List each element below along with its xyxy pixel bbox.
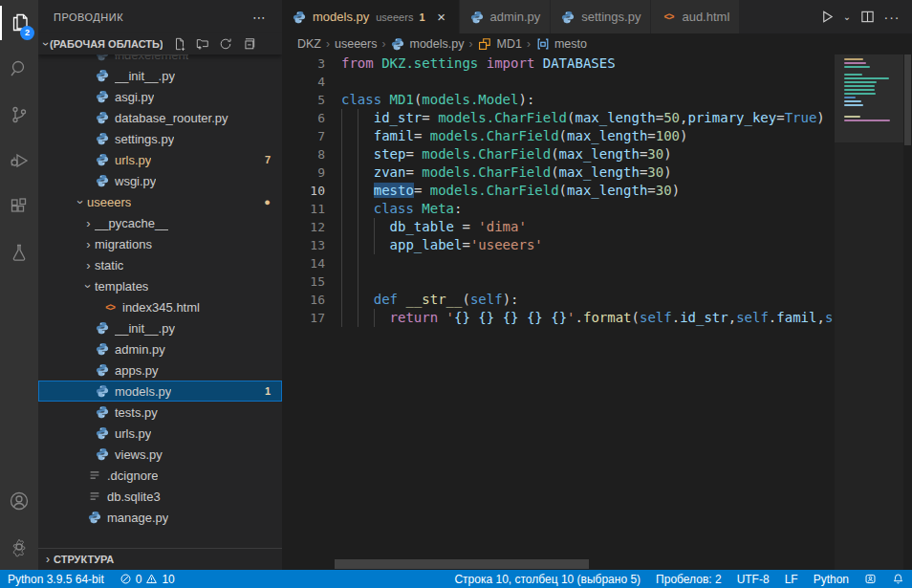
code-line-text: from DKZ.settings import DATABASES	[341, 54, 616, 73]
python-interpreter-status[interactable]: Python 3.9.5 64-bit	[0, 570, 112, 588]
file-tree: indexelement__init__.pyasgi.pydatabase_r…	[38, 44, 282, 548]
tree-item-urls.py[interactable]: urls.py	[38, 423, 282, 444]
breadcrumb-item-DKZ[interactable]: DKZ	[297, 37, 321, 51]
tree-item-tests.py[interactable]: tests.py	[38, 402, 282, 423]
split-editor-icon[interactable]	[857, 6, 878, 29]
line-number: 17	[282, 309, 325, 327]
tree-item-settings.py[interactable]: settings.py	[38, 128, 282, 149]
breadcrumb-item-mesto[interactable]: mesto	[535, 36, 587, 52]
account-icon[interactable]	[0, 478, 38, 524]
workspace-section-header[interactable]: › (РАБОЧАЯ ОБЛАСТЬ) ...	[38, 33, 282, 54]
tree-item-__pycache__[interactable]: ›__pycache__	[38, 212, 282, 233]
tree-item-__init__.py[interactable]: __init__.py	[38, 317, 282, 338]
minimap[interactable]	[835, 54, 903, 570]
tree-item-manage.py[interactable]: manage.py	[38, 507, 282, 528]
python-icon	[469, 10, 485, 25]
python-icon	[95, 131, 110, 146]
run-and-debug-icon[interactable]	[0, 138, 38, 184]
run-dropdown-icon[interactable]: ⌄	[841, 6, 853, 29]
tab-settings.py[interactable]: settings.py	[551, 0, 651, 33]
tree-item-.dcignore[interactable]: .dcignore	[38, 465, 282, 486]
tree-item-__init__.py[interactable]: __init__.py	[38, 65, 282, 86]
settings-gear-icon[interactable]	[0, 524, 38, 570]
tree-item-static[interactable]: ›static	[38, 254, 282, 275]
code-editor[interactable]: 3from DKZ.settings import DATABASES45cla…	[282, 54, 835, 570]
code-line-text: famil= models.CharField(max_length=100)	[341, 127, 688, 145]
tree-item-label: .dcignore	[107, 468, 158, 483]
breadcrumb-item-MD1[interactable]: MD1	[477, 36, 521, 52]
more-actions-icon[interactable]: ···	[881, 6, 902, 29]
error-icon	[119, 573, 132, 585]
tree-item-db.sqlite3[interactable]: db.sqlite3	[38, 486, 282, 507]
new-file-icon[interactable]	[172, 36, 187, 52]
tree-item-label: asgi.py	[115, 90, 154, 104]
source-control-icon[interactable]	[0, 92, 38, 138]
tab-aud.html[interactable]: <>aud.html	[651, 0, 740, 33]
extensions-icon[interactable]	[0, 184, 38, 229]
python-icon	[560, 10, 575, 25]
tree-item-apps.py[interactable]: apps.py	[38, 359, 282, 381]
tree-item-label: manage.py	[107, 511, 168, 525]
testing-icon[interactable]	[0, 229, 38, 275]
tab-strip: models.pyuseeers1×admin.pysettings.py<>a…	[282, 0, 912, 33]
tab-close-icon[interactable]: ×	[434, 10, 449, 24]
tree-item-useeers[interactable]: ›useeers●	[38, 191, 282, 212]
code-line-16: 16 def __str__(self):	[282, 291, 835, 309]
tab-label: aud.html	[682, 10, 729, 24]
tree-item-templates[interactable]: ›templates	[38, 275, 282, 296]
chevron-open-icon: ›	[74, 196, 88, 208]
sidebar-more-actions-icon[interactable]: ⋯	[252, 10, 267, 25]
encoding-status[interactable]: UTF-8	[729, 570, 777, 588]
collapse-all-icon[interactable]	[241, 36, 256, 52]
line-number: 3	[282, 54, 325, 73]
breadcrumb-item-useeers[interactable]: useeers	[335, 37, 377, 51]
tree-item-label: models.py	[115, 384, 171, 399]
tree-item-wsgi.py[interactable]: wsgi.py	[38, 170, 282, 191]
python-icon	[95, 320, 110, 336]
tree-item-label: database_roouter.py	[115, 111, 228, 125]
code-line-9: 9 zvan= models.CharField(max_length=30)	[282, 163, 835, 182]
tree-item-admin.py[interactable]: admin.py	[38, 338, 282, 359]
error-count: 0	[136, 573, 142, 586]
tree-item-label: admin.py	[115, 342, 165, 357]
line-number: 16	[282, 291, 325, 309]
tree-item-label: __init__.py	[115, 69, 175, 83]
indentation-status[interactable]: Пробелов: 2	[648, 570, 729, 588]
feedback-icon[interactable]	[857, 570, 884, 588]
cursor-position-status[interactable]: Строка 10, столбец 10 (выбрано 5)	[446, 570, 648, 588]
tab-label: models.py	[313, 10, 369, 24]
python-icon	[95, 425, 110, 441]
tab-admin.py[interactable]: admin.py	[460, 0, 552, 33]
problems-status[interactable]: 0 10	[112, 570, 183, 588]
eol-status[interactable]: LF	[777, 570, 806, 588]
language-mode-status[interactable]: Python	[806, 570, 857, 588]
python-icon	[95, 110, 110, 125]
tree-item-index345.html[interactable]: <>index345.html	[38, 296, 282, 317]
breadcrumb-item-models.py[interactable]: models.py	[390, 36, 464, 52]
chevron-closed-icon: ›	[82, 237, 95, 251]
explorer-icon[interactable]: 2	[0, 0, 38, 46]
refresh-icon[interactable]	[218, 36, 233, 52]
outline-section-header[interactable]: › СТРУКТУРА	[38, 548, 282, 570]
tree-item-badge: ●	[264, 196, 271, 207]
run-python-file-icon[interactable]	[816, 6, 837, 29]
tree-item-asgi.py[interactable]: asgi.py	[38, 86, 282, 107]
new-folder-icon[interactable]	[195, 36, 210, 52]
python-icon	[292, 10, 307, 25]
tab-badge: 1	[419, 11, 424, 23]
tab-models.py[interactable]: models.pyuseeers1×	[282, 0, 460, 33]
code-line-7: 7 famil= models.CharField(max_length=100…	[282, 127, 835, 145]
tree-item-migrations[interactable]: ›migrations	[38, 233, 282, 254]
tree-item-models.py[interactable]: models.py1	[38, 381, 282, 402]
search-icon[interactable]	[0, 46, 38, 92]
horizontal-scrollbar[interactable]	[335, 559, 589, 569]
bell-icon[interactable]	[884, 570, 912, 588]
line-number: 4	[282, 73, 325, 91]
tree-item-label: index345.html	[122, 300, 200, 315]
tree-item-label: templates	[95, 279, 148, 294]
vscode-window: 2	[0, 0, 912, 588]
tree-item-views.py[interactable]: views.py	[38, 444, 282, 465]
vertical-scrollbar[interactable]	[903, 54, 912, 570]
tree-item-urls.py[interactable]: urls.py7	[38, 149, 282, 170]
tree-item-database_roouter.py[interactable]: database_roouter.py	[38, 107, 282, 128]
